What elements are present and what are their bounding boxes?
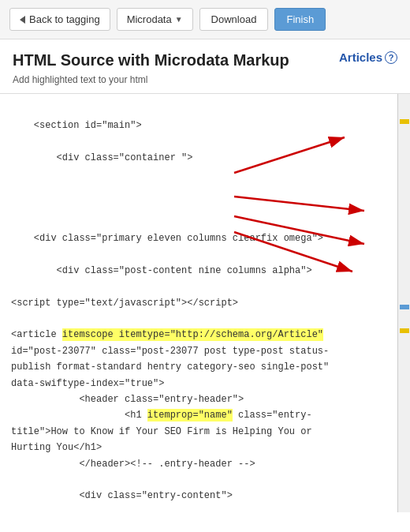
code-line <box>11 134 386 150</box>
sidebar-marker-yellow <box>400 119 409 124</box>
code-line: publish format-standard hentry category-… <box>11 359 386 375</box>
code-line: Hurting You</h1> <box>11 440 386 455</box>
code-line <box>11 167 386 182</box>
arrow-left-icon <box>20 16 25 24</box>
code-line <box>11 247 386 263</box>
microdata-button[interactable]: Microdata ▼ <box>117 8 193 31</box>
page-title: HTML Source with Microdata Markup <box>13 51 289 69</box>
code-line <box>11 215 386 230</box>
download-label: Download <box>211 13 257 25</box>
code-line: <h1 itemprop="name" class="entry- <box>11 407 386 423</box>
code-line: <div class="primary eleven columns clear… <box>11 230 386 246</box>
code-line <box>11 182 386 198</box>
download-button[interactable]: Download <box>199 8 269 31</box>
page-subtitle: Add highlighted text to your html <box>0 73 410 93</box>
help-icon[interactable]: ? <box>385 51 397 64</box>
sidebar-marker-yellow-2 <box>400 328 409 333</box>
code-line: <header class="entry-header"> <box>11 392 386 407</box>
code-line: </header><!-- .entry-header --> <box>11 456 386 472</box>
code-line <box>11 102 386 118</box>
articles-badge: Articles ? <box>339 51 397 64</box>
code-line: <div class="container "> <box>11 150 386 166</box>
code-line: <article itemscope itemtype="http://sche… <box>11 327 386 343</box>
code-line: <script type="text/javascript"></script> <box>11 295 386 311</box>
code-line: <div class="post-content nine columns al… <box>11 263 386 279</box>
code-line <box>11 311 386 327</box>
page-header: HTML Source with Microdata Markup Articl… <box>0 39 410 73</box>
sidebar-marker-blue <box>400 305 409 309</box>
chevron-down-icon: ▼ <box>175 15 183 24</box>
code-line <box>11 198 386 214</box>
right-sidebar[interactable] <box>397 94 410 512</box>
code-line: <div class="entry-content"> <box>11 488 386 504</box>
code-line: data-swiftype-index="true"> <box>11 376 386 392</box>
finish-button[interactable]: Finish <box>274 8 326 31</box>
code-line <box>11 472 386 488</box>
code-line: <section id="main"> <box>11 118 386 133</box>
code-line: title">How to Know if Your SEO Firm is H… <box>11 424 386 440</box>
code-panel: <section id="main"> <div class="containe… <box>0 94 397 512</box>
finish-label: Finish <box>286 13 314 25</box>
main-content: <section id="main"> <div class="containe… <box>0 93 410 512</box>
microdata-label: Microdata <box>127 13 172 25</box>
toolbar: Back to tagging Microdata ▼ Download Fin… <box>0 0 410 39</box>
code-line <box>11 279 386 294</box>
back-label: Back to tagging <box>29 13 100 25</box>
code-line: id="post-23077" class="post-23077 post t… <box>11 343 386 359</box>
articles-label: Articles <box>339 51 382 64</box>
back-to-tagging-button[interactable]: Back to tagging <box>9 8 110 31</box>
